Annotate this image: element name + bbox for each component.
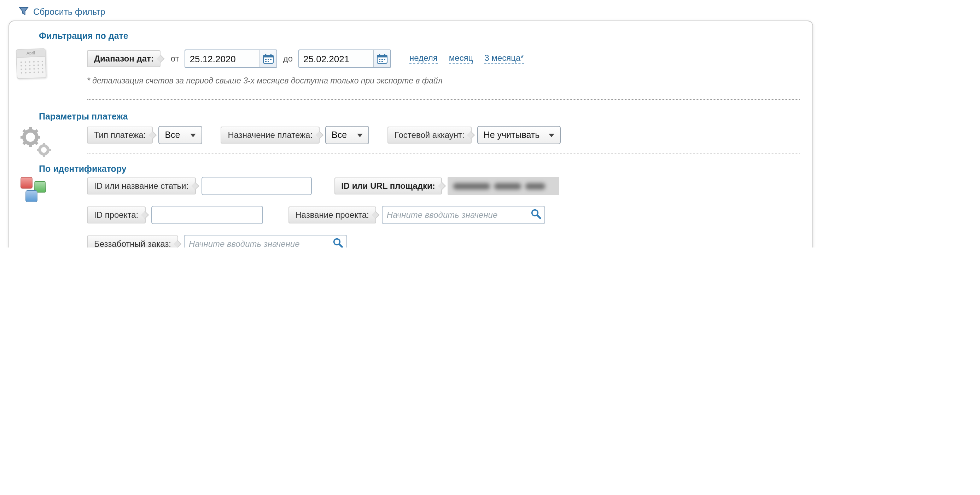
quick-range-week-link[interactable]: неделя (409, 53, 438, 64)
date-range-label: Диапазон дат: (87, 50, 161, 67)
date-from-label: от (171, 54, 179, 64)
caret-down-icon (190, 133, 196, 137)
date-from-input[interactable] (186, 53, 260, 64)
payment-type-value: Все (165, 130, 180, 140)
date-from-field (185, 49, 277, 68)
section-divider (87, 99, 800, 100)
quick-range-month-link[interactable]: месяц (449, 53, 473, 64)
guest-account-label: Гостевой аккаунт: (388, 127, 472, 143)
date-to-label: до (283, 54, 293, 64)
censored-content (453, 183, 490, 189)
censored-content (526, 183, 546, 189)
magnifier-icon (332, 237, 344, 247)
project-name-label: Название проекта: (288, 207, 376, 223)
payment-purpose-value: Все (332, 130, 347, 140)
carefree-order-label: Беззаботный заказ: (87, 236, 178, 247)
magnifier-icon (530, 208, 542, 222)
project-id-input[interactable] (151, 206, 262, 224)
date-range-note: * детализация счетов за период свыше 3-х… (87, 76, 442, 85)
payment-purpose-select[interactable]: Все (325, 126, 369, 144)
project-name-field (382, 206, 545, 224)
identifier-row-1: ID или название статьи: ID или URL площа… (87, 177, 560, 195)
payment-params-row: Тип платежа: Все Назначение платежа: Все… (87, 126, 561, 144)
reset-filter-link[interactable]: Сбросить фильтр (18, 6, 105, 18)
guest-account-value: Не учитывать (484, 130, 540, 140)
article-id-input[interactable] (201, 177, 312, 195)
date-to-picker-button[interactable] (373, 50, 390, 67)
section-divider (87, 153, 800, 153)
filter-panel: Фильтрация по дате April Диапазон дат: о… (8, 21, 813, 247)
date-to-input[interactable] (299, 53, 373, 64)
identifier-section-title: По идентификатору (39, 164, 127, 174)
censored-content (495, 183, 522, 189)
project-id-label: ID проекта: (87, 207, 145, 223)
project-name-input[interactable] (382, 206, 545, 224)
article-id-label: ID или название статьи: (87, 178, 196, 194)
site-id-input[interactable] (448, 177, 560, 195)
date-range-row: Диапазон дат: от до неделя месяц 3 месяц… (87, 49, 524, 68)
calendar-icon (263, 54, 274, 64)
calendar-large-icon: April (16, 49, 49, 81)
date-section-title: Фильтрация по дате (39, 31, 128, 41)
site-id-label: ID или URL площадки: (334, 178, 442, 194)
funnel-icon (18, 6, 29, 18)
calendar-icon (377, 54, 388, 64)
identifier-row-3: Беззаботный заказ: (87, 235, 347, 247)
caret-down-icon (549, 133, 554, 137)
gears-icon (18, 124, 53, 161)
page: Сбросить фильтр Фильтрация по дате April… (0, 0, 980, 247)
reset-filter-label: Сбросить фильтр (33, 7, 105, 17)
caret-down-icon (357, 133, 363, 137)
payment-type-select[interactable]: Все (158, 126, 202, 144)
cubes-icon (19, 175, 50, 205)
payment-type-label: Тип платежа: (87, 127, 153, 143)
guest-account-select[interactable]: Не учитывать (477, 126, 561, 144)
payment-section-title: Параметры платежа (39, 112, 128, 122)
identifier-row-2: ID проекта: Название проекта: (87, 206, 545, 224)
carefree-order-input[interactable] (184, 235, 347, 247)
date-from-picker-button[interactable] (260, 50, 277, 67)
carefree-order-field (184, 235, 347, 247)
calendar-month-label: April (17, 49, 45, 58)
date-to-field (298, 49, 391, 68)
quick-range-3months-link[interactable]: 3 месяца* (484, 53, 523, 64)
payment-purpose-label: Назначение платежа: (221, 127, 320, 143)
